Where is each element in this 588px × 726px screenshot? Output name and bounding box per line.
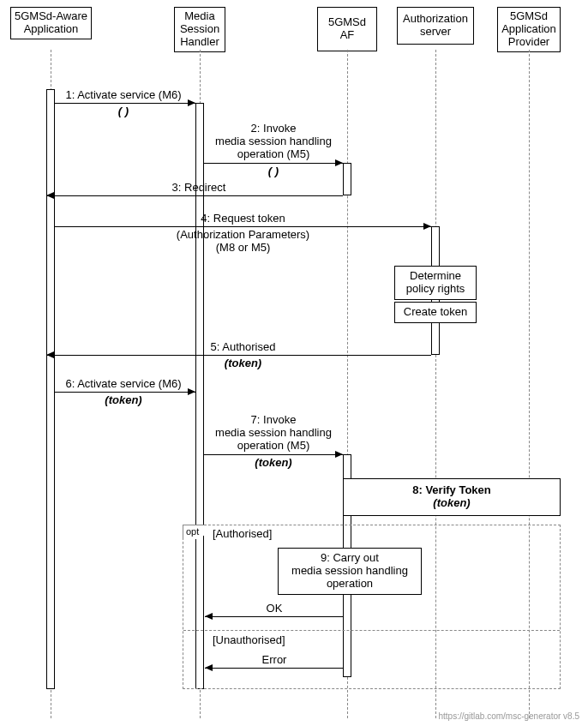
msg-2-args: ( ) — [204, 165, 343, 178]
box-verify-token: 8: Verify Token (token) — [343, 478, 561, 516]
msg-1-label: 1: Activate service (M6) — [51, 89, 195, 102]
msg-err-label: Error — [205, 654, 344, 667]
sequence-diagram: 5GMSd-AwareApplication MediaSessionHandl… — [0, 0, 588, 726]
participant-provider-label: 5GMSdApplicationProvider — [501, 9, 556, 48]
participant-af: 5GMSd AF — [317, 7, 377, 51]
fragment-opt-guard2: [Unauthorised] — [213, 633, 285, 646]
note-determine-rights: Determinepolicy rights — [394, 266, 477, 300]
participant-auth-label: Authorizationserver — [403, 12, 468, 38]
note-create-token: Create token — [394, 302, 477, 323]
msg-4-sub: (Authorization Parameters)(M8 or M5) — [55, 229, 431, 255]
participant-app-label: 5GMSd-AwareApplication — [15, 9, 87, 35]
activation-af-1 — [343, 163, 351, 195]
msg-3-label: 3: Redirect — [55, 182, 343, 195]
footer-credit: https://gitlab.com/msc-generator v8.5 — [438, 711, 579, 721]
participant-auth: Authorizationserver — [397, 7, 474, 45]
msg-7-args: (token) — [204, 457, 343, 470]
participant-app: 5GMSd-AwareApplication — [10, 7, 92, 39]
msg-1-args: ( ) — [51, 105, 195, 118]
msg-6-label: 6: Activate service (M6) — [51, 378, 195, 391]
msg-2-label: 2: Invokemedia session handlingoperation… — [204, 123, 343, 161]
fragment-opt-tag: opt — [183, 525, 207, 539]
msg-4-label: 4: Request token — [55, 213, 431, 225]
participant-af-label: 5GMSd AF — [328, 15, 366, 41]
fragment-opt-guard1: [Authorised] — [213, 527, 272, 540]
msg-5-args: (token) — [55, 357, 431, 370]
fragment-opt-divider — [183, 630, 560, 631]
participant-msh: MediaSessionHandler — [174, 7, 225, 52]
msg-ok-label: OK — [205, 603, 344, 615]
msg-7-label: 7: Invokemedia session handlingoperation… — [204, 414, 343, 453]
msg-5-label: 5: Authorised — [55, 341, 431, 354]
msg-6-args: (token) — [51, 394, 195, 407]
fragment-opt: opt [Authorised] 9: Carry outmedia sessi… — [183, 525, 561, 689]
box-carry-out: 9: Carry outmedia session handlingoperat… — [278, 548, 422, 595]
participant-msh-label: MediaSessionHandler — [180, 9, 219, 48]
participant-provider: 5GMSdApplicationProvider — [497, 7, 561, 52]
